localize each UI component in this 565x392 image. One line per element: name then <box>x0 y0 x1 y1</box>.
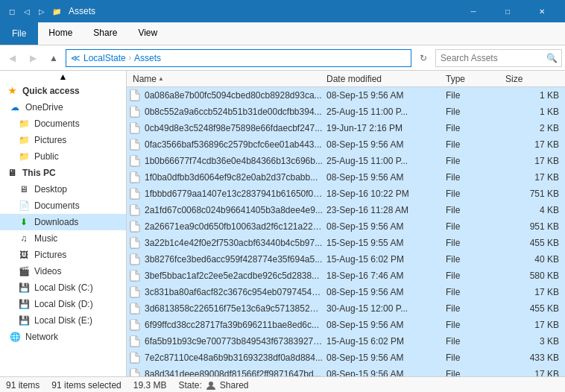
file-type-cell: File <box>443 205 502 215</box>
minimize-button[interactable]: ─ <box>456 0 490 22</box>
sidebar-item-documents[interactable]: 📄 Documents <box>0 197 126 214</box>
file-date-cell: 15-Aug-15 6:02 PM <box>323 336 443 347</box>
col-size-label: Size <box>505 74 523 84</box>
file-type-cell: File <box>443 107 502 117</box>
refresh-button[interactable]: ↻ <box>414 49 432 67</box>
table-row[interactable]: 7e2c87110ce48a6b9b31693238df0a8d884... 0… <box>127 350 565 366</box>
tab-view[interactable]: View <box>127 22 168 45</box>
sidebar-scroll-up[interactable]: ▲ <box>0 71 126 83</box>
file-date-cell: 08-Sep-15 9:56 AM <box>323 369 443 376</box>
downloads-icon: ⬇ <box>18 216 30 228</box>
path-arrow-1: › <box>129 54 131 62</box>
tab-file[interactable]: File <box>0 22 38 45</box>
file-date-cell: 18-Sep-16 7:46 AM <box>323 271 443 281</box>
col-header-type[interactable]: Type <box>443 74 502 84</box>
path-part-localstate[interactable]: LocalState <box>83 53 126 63</box>
table-row[interactable]: 1b0b66677f74cdb36e0e4b84366b13c696b... 2… <box>127 153 565 169</box>
address-path[interactable]: ≪ LocalState › Assets <box>66 49 411 67</box>
table-row[interactable]: 6f99ffcd38cc28717fa39b696211bae8ed6c... … <box>127 317 565 333</box>
file-type-cell: File <box>443 369 502 376</box>
table-row[interactable]: 0cb49d8e3c5248f98e75898e66fdaecbf247... … <box>127 120 565 136</box>
table-row[interactable]: 1fbbbd6779aa1407e13c2837941b61650f06f...… <box>127 186 565 202</box>
table-row[interactable]: 0b8c552a9a6ccb524b51b31de00dcfbb394... 2… <box>127 104 565 120</box>
close-button[interactable]: ✕ <box>525 0 559 22</box>
sidebar-item-downloads[interactable]: ⬇ Downloads <box>0 214 126 230</box>
sidebar-item-public[interactable]: 📁 Public <box>0 148 126 165</box>
this-pc-icon: 🖥 <box>6 167 18 179</box>
file-name-text: 1f0ba0dfbb3d6064ef9c82e0ab2d37cbabb... <box>145 172 318 183</box>
file-date-cell: 08-Sep-15 9:56 AM <box>323 221 443 232</box>
sidebar-item-local-c[interactable]: 💾 Local Disk (C:) <box>0 279 126 296</box>
file-name-text: 0a086a8e7b00fc5094cbed80cb8928d93ca... <box>145 90 322 101</box>
file-date-cell: 19-Jun-17 2:16 PM <box>323 123 443 133</box>
sidebar-item-local-e[interactable]: 💾 Local Disk (E:) <box>0 312 126 329</box>
maximize-button[interactable]: □ <box>490 0 525 22</box>
pictures-icon: 🖼 <box>18 249 30 261</box>
file-date-cell: 08-Sep-15 9:56 AM <box>323 353 443 363</box>
file-name-cell: 1f0ba0dfbb3d6064ef9c82e0ab2d37cbabb... <box>130 171 323 183</box>
table-row[interactable]: 3a22b1c4e42f0e2f7530acbf63440b4c5b97... … <box>127 235 565 251</box>
table-row[interactable]: 1f0ba0dfbb3d6064ef9c82e0ab2d37cbabb... 0… <box>127 169 565 186</box>
table-row[interactable]: 8a8d341deee89008df81566f2ff9871647bd... … <box>127 366 565 376</box>
file-name-cell: 7e2c87110ce48a6b9b31693238df0a8d884... <box>130 352 323 364</box>
sidebar-item-pictures-od[interactable]: 📁 Pictures <box>0 132 126 148</box>
sidebar-item-desktop[interactable]: 🖥 Desktop <box>0 181 126 197</box>
table-row[interactable]: 2a26671ea9c0d650fb10063ad2f6c121a22d... … <box>127 218 565 235</box>
file-date-cell: 25-Aug-15 11:00 P... <box>323 156 443 166</box>
sidebar-label-onedrive: OneDrive <box>25 102 63 113</box>
file-type-icon <box>130 171 142 183</box>
file-size-cell: 455 KB <box>502 238 562 248</box>
table-row[interactable]: 0fac3566baf536896c2579bcfc6ee01ab443... … <box>127 136 565 153</box>
file-size-cell: 17 KB <box>502 156 562 166</box>
svg-point-18 <box>209 382 213 386</box>
file-date-cell: 30-Aug-15 12:00 P... <box>323 303 443 314</box>
status-size: 19.3 MB <box>133 380 167 391</box>
file-type-icon <box>130 335 142 347</box>
title-back-btn[interactable]: ◁ <box>21 5 33 17</box>
table-row[interactable]: 3bef5bbac1af2c2ee5e2acdbe926c5d2838... 1… <box>127 268 565 284</box>
file-name-cell: 3c831ba80af6acf82c3676c954eb07974543... <box>130 286 323 298</box>
file-type-cell: File <box>443 320 502 330</box>
sidebar-label-pictures-od: Pictures <box>34 135 66 145</box>
sidebar-item-music[interactable]: ♫ Music <box>0 230 126 247</box>
ribbon-tabs: File Home Share View <box>0 22 565 45</box>
file-type-icon <box>130 89 142 101</box>
forward-button[interactable]: ▶ <box>24 49 42 67</box>
file-size-cell: 2 KB <box>502 123 562 133</box>
sidebar-item-local-d[interactable]: 💾 Local Disk (D:) <box>0 296 126 312</box>
file-size-cell: 751 KB <box>502 189 562 199</box>
table-row[interactable]: 0a086a8e7b00fc5094cbed80cb8928d93ca... 0… <box>127 87 565 104</box>
sidebar-item-videos[interactable]: 🎬 Videos <box>0 263 126 279</box>
file-type-icon <box>130 253 142 265</box>
sidebar-item-quick-access[interactable]: ★ Quick access <box>0 83 126 99</box>
file-rows: 0a086a8e7b00fc5094cbed80cb8928d93ca... 0… <box>127 87 565 376</box>
tab-home[interactable]: Home <box>38 22 83 45</box>
table-row[interactable]: 3d6813858c226516f75e13c6a9c571385239... … <box>127 300 565 317</box>
window-controls[interactable]: ─ □ ✕ <box>456 0 559 22</box>
up-button[interactable]: ▲ <box>45 49 63 67</box>
file-name-cell: 0cb49d8e3c5248f98e75898e66fdaecbf247... <box>130 122 323 134</box>
table-row[interactable]: 6fa5b91b93c9e700773b849543f67383927c... … <box>127 333 565 350</box>
back-button[interactable]: ◀ <box>3 49 21 67</box>
path-part-assets[interactable]: Assets <box>134 53 161 63</box>
table-row[interactable]: 3b8276fce3bed6acc959f428774e35f694a5... … <box>127 251 565 268</box>
title-quick-access-btn[interactable]: ◻ <box>6 5 18 17</box>
sidebar-item-network[interactable]: 🌐 Network <box>0 329 126 345</box>
search-input[interactable] <box>435 49 562 67</box>
col-header-date[interactable]: Date modified <box>323 74 443 84</box>
sidebar-item-documents-od[interactable]: 📁 Documents <box>0 116 126 132</box>
sidebar-item-pictures[interactable]: 🖼 Pictures <box>0 247 126 263</box>
col-header-size[interactable]: Size <box>502 74 562 84</box>
file-type-icon <box>130 221 142 233</box>
folder-icon-pic-od: 📁 <box>18 134 30 146</box>
table-row[interactable]: 3c831ba80af6acf82c3676c954eb07974543... … <box>127 284 565 300</box>
title-forward-btn[interactable]: ▷ <box>36 5 48 17</box>
table-row[interactable]: 2a1fd67c0068c024b96641405b3a8dee4e9... 2… <box>127 202 565 218</box>
col-header-name[interactable]: Name ▲ <box>130 74 323 84</box>
sidebar-item-this-pc[interactable]: 🖥 This PC <box>0 165 126 181</box>
file-date-cell: 15-Sep-15 9:55 AM <box>323 238 443 248</box>
file-name-text: 3b8276fce3bed6acc959f428774e35f694a5... <box>145 254 322 265</box>
tab-share[interactable]: Share <box>83 22 127 45</box>
sidebar-item-onedrive[interactable]: ☁ OneDrive <box>0 99 126 116</box>
file-size-cell: 455 KB <box>502 303 562 314</box>
